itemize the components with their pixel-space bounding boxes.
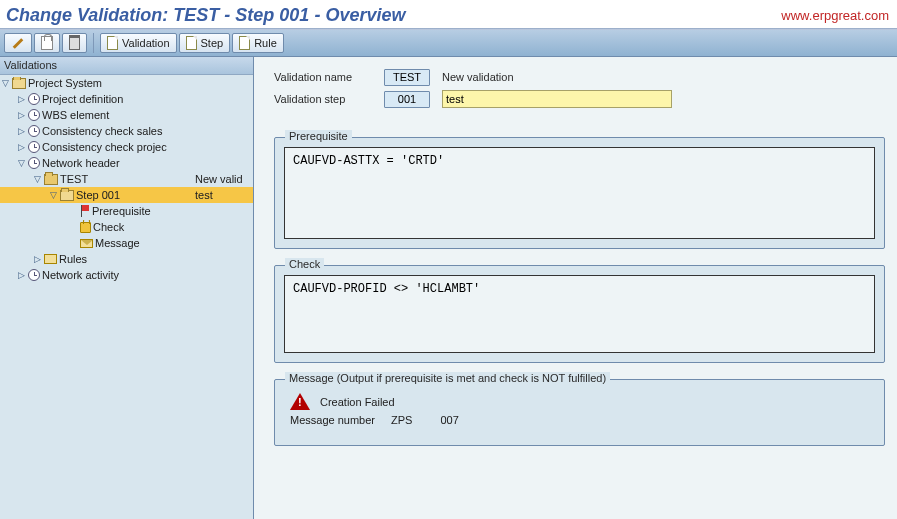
group-title: Check [285, 258, 324, 270]
tree-node-step-selected[interactable]: Step 001test [0, 187, 253, 203]
main-panel: Validation name TEST New validation Vali… [254, 57, 897, 519]
node-desc: New valid [193, 173, 253, 185]
pencil-icon [11, 36, 25, 50]
tree-node[interactable]: Consistency check sales [0, 123, 253, 139]
node-label: WBS element [42, 109, 109, 121]
page-icon [239, 36, 250, 50]
message-number-label: Message number [290, 414, 375, 426]
node-label: Consistency check projec [42, 141, 167, 153]
trash-icon [69, 37, 80, 50]
folder-open-icon [60, 190, 74, 201]
watermark: www.erpgreat.com [781, 8, 889, 23]
expand-icon[interactable] [0, 78, 10, 88]
expand-icon[interactable] [16, 126, 26, 136]
group-title: Message (Output if prerequisite is met a… [285, 372, 610, 384]
folder-icon [44, 174, 58, 185]
node-label: Network activity [42, 269, 119, 281]
expand-icon[interactable] [32, 174, 42, 184]
expand-icon[interactable] [16, 110, 26, 120]
tree-node[interactable]: WBS element [0, 107, 253, 123]
expand-icon[interactable] [16, 94, 26, 104]
rules-icon [44, 254, 57, 264]
node-label: Network header [42, 157, 120, 169]
page-icon [186, 36, 197, 50]
clock-icon [28, 125, 40, 137]
clock-icon [28, 93, 40, 105]
node-label: Prerequisite [92, 205, 151, 217]
message-number: 007 [440, 414, 458, 426]
validation-name-desc: New validation [442, 71, 514, 83]
message-class: ZPS [391, 414, 412, 426]
node-label: Consistency check sales [42, 125, 162, 137]
expand-icon[interactable] [16, 158, 26, 168]
message-group: Message (Output if prerequisite is met a… [274, 379, 885, 446]
node-label: Step 001 [76, 189, 120, 201]
sidebar: Validations Project System Project defin… [0, 57, 254, 519]
field-validation-name: Validation name TEST New validation [274, 67, 885, 87]
validation-tree[interactable]: Project System Project definition WBS el… [0, 75, 253, 519]
prerequisite-group: Prerequisite CAUFVD-ASTTX = 'CRTD' [274, 137, 885, 249]
expand-icon[interactable] [48, 190, 58, 200]
field-validation-step: Validation step 001 [274, 89, 885, 109]
message-text: Creation Failed [320, 396, 395, 408]
node-label: Message [95, 237, 140, 249]
flag-icon [80, 205, 90, 217]
node-label: Project definition [42, 93, 123, 105]
page-title: Change Validation: TEST - Step 001 - Ove… [6, 5, 405, 26]
expand-icon[interactable] [16, 270, 26, 280]
group-title: Prerequisite [285, 130, 352, 142]
tree-leaf-message[interactable]: Message [0, 235, 253, 251]
button-label: Rule [254, 37, 277, 49]
validation-step-value: 001 [384, 91, 430, 108]
node-label: TEST [60, 173, 88, 185]
clock-icon [28, 157, 40, 169]
tree-node[interactable]: Network activity [0, 267, 253, 283]
delete-button[interactable] [62, 33, 87, 53]
lock-icon [80, 222, 91, 233]
tree-node-network-header[interactable]: Network header [0, 155, 253, 171]
tree-node-rules[interactable]: Rules [0, 251, 253, 267]
clipboard-icon [41, 36, 53, 50]
message-text-row: Creation Failed [290, 393, 869, 410]
step-description-input[interactable] [442, 90, 672, 108]
clock-icon [28, 269, 40, 281]
check-group: Check CAUFVD-PROFID <> 'HCLAMBT' [274, 265, 885, 363]
title-bar: Change Validation: TEST - Step 001 - Ove… [0, 0, 897, 28]
error-icon [290, 393, 310, 410]
envelope-icon [80, 239, 93, 248]
node-label: Project System [28, 77, 102, 89]
validation-name-value: TEST [384, 69, 430, 86]
create-validation-button[interactable]: Validation [100, 33, 177, 53]
node-label: Rules [59, 253, 87, 265]
toggle-display-button[interactable] [4, 33, 32, 53]
clock-icon [28, 109, 40, 121]
tree-node[interactable]: Consistency check projec [0, 139, 253, 155]
expand-icon[interactable] [32, 254, 42, 264]
copy-button[interactable] [34, 33, 60, 53]
field-label: Validation name [274, 71, 384, 83]
create-rule-button[interactable]: Rule [232, 33, 284, 53]
message-number-row: Message number ZPS 007 [290, 414, 869, 426]
expand-icon[interactable] [16, 142, 26, 152]
folder-open-icon [12, 78, 26, 89]
sidebar-header: Validations [0, 57, 253, 75]
tree-node[interactable]: Project definition [0, 91, 253, 107]
create-step-button[interactable]: Step [179, 33, 231, 53]
app-toolbar: Validation Step Rule [0, 30, 897, 57]
button-label: Step [201, 37, 224, 49]
check-code[interactable]: CAUFVD-PROFID <> 'HCLAMBT' [284, 275, 875, 353]
tree-leaf-prerequisite[interactable]: Prerequisite [0, 203, 253, 219]
node-desc: test [193, 189, 253, 201]
button-label: Validation [122, 37, 170, 49]
tree-leaf-check[interactable]: Check [0, 219, 253, 235]
tree-node-root[interactable]: Project System [0, 75, 253, 91]
prerequisite-code[interactable]: CAUFVD-ASTTX = 'CRTD' [284, 147, 875, 239]
clock-icon [28, 141, 40, 153]
node-label: Check [93, 221, 124, 233]
page-icon [107, 36, 118, 50]
tree-node-test[interactable]: TESTNew valid [0, 171, 253, 187]
field-label: Validation step [274, 93, 384, 105]
toolbar-separator [93, 33, 94, 53]
